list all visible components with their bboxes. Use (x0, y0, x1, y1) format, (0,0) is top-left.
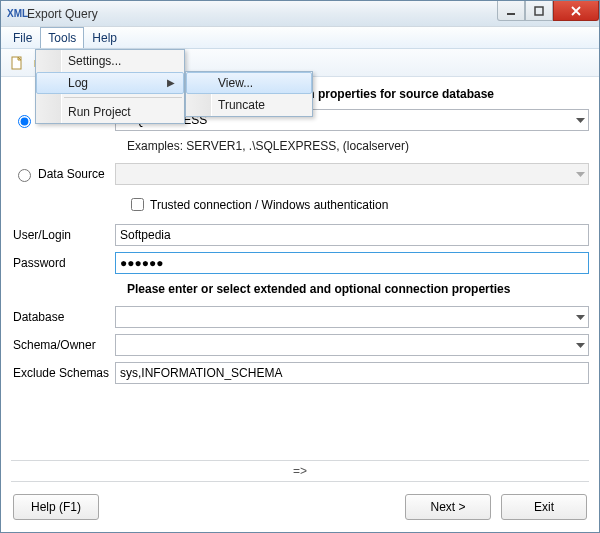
schema-combo[interactable] (115, 334, 589, 356)
password-input[interactable] (115, 252, 589, 274)
menu-item-settings[interactable]: Settings... (36, 50, 184, 72)
status-arrow: => (293, 464, 307, 478)
status-strip: => (11, 460, 589, 482)
user-input[interactable] (115, 224, 589, 246)
menu-item-truncate[interactable]: Truncate (186, 94, 312, 116)
log-submenu: View... Truncate (185, 71, 313, 117)
menu-item-run-project[interactable]: Run Project (36, 101, 184, 123)
menu-help[interactable]: Help (84, 27, 125, 48)
menu-item-view[interactable]: View... (186, 72, 312, 94)
row-user: User/Login (11, 224, 589, 246)
new-file-icon[interactable] (7, 53, 27, 73)
svg-rect-1 (535, 7, 543, 15)
label-exclude: Exclude Schemas (11, 366, 115, 380)
maximize-button[interactable] (525, 1, 553, 21)
minimize-button[interactable] (497, 1, 525, 21)
label-database: Database (11, 310, 115, 324)
row-exclude: Exclude Schemas (11, 362, 589, 384)
label-schema: Schema/Owner (11, 338, 115, 352)
radio-datasource[interactable] (18, 169, 31, 182)
window-title: Export Query (27, 7, 98, 21)
app-window: XML Export Query File Tools Help (0, 0, 600, 533)
row-datasource: Data Source (11, 163, 589, 185)
chevron-down-icon (576, 113, 585, 127)
menu-item-log[interactable]: Log ▶ (36, 72, 184, 94)
server-example-text: Examples: SERVER1, .\SQLEXPRESS, (locals… (115, 137, 589, 163)
app-icon: XML (7, 8, 23, 20)
help-button[interactable]: Help (F1) (13, 494, 99, 520)
label-user: User/Login (11, 228, 115, 242)
row-trusted: Trusted connection / Windows authenticat… (115, 191, 589, 224)
section2-title: Please enter or select extended and opti… (115, 282, 589, 296)
menu-separator (64, 97, 182, 98)
datasource-combo (115, 163, 589, 185)
label-password: Password (11, 256, 115, 270)
row-password: Password (11, 252, 589, 274)
exclude-input[interactable] (115, 362, 589, 384)
title-bar: XML Export Query (1, 1, 599, 27)
exit-button[interactable]: Exit (501, 494, 587, 520)
database-combo[interactable] (115, 306, 589, 328)
tools-dropdown: Settings... Log ▶ Run Project (35, 49, 185, 124)
menu-tools[interactable]: Tools (40, 27, 84, 48)
close-button[interactable] (553, 1, 599, 21)
chevron-down-icon (576, 310, 585, 324)
row-schema: Schema/Owner (11, 334, 589, 356)
chevron-down-icon (576, 338, 585, 352)
label-datasource: Data Source (38, 167, 105, 181)
menu-file[interactable]: File (5, 27, 40, 48)
label-trusted: Trusted connection / Windows authenticat… (150, 198, 388, 212)
radio-server[interactable] (18, 115, 31, 128)
footer-buttons: Help (F1) Next > Exit (1, 482, 599, 532)
form-content: ction properties for source database Ser… (1, 77, 599, 460)
menu-bar: File Tools Help (1, 27, 599, 49)
row-database: Database (11, 306, 589, 328)
next-button[interactable]: Next > (405, 494, 491, 520)
window-controls (497, 1, 599, 21)
checkbox-trusted[interactable] (131, 198, 144, 211)
svg-rect-0 (507, 13, 515, 15)
menu-item-log-label: Log (68, 76, 88, 90)
submenu-arrow-icon: ▶ (167, 73, 175, 93)
chevron-down-icon (576, 167, 585, 181)
